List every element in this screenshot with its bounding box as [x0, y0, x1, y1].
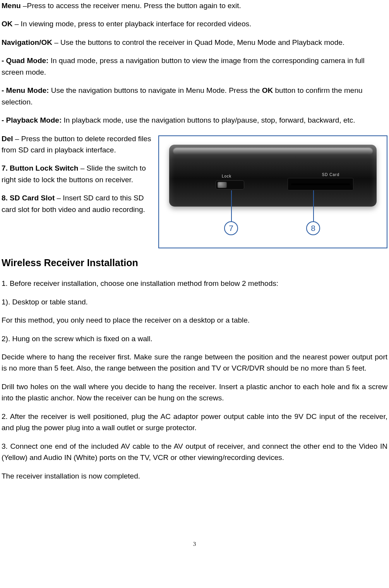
label-playback-mode: - Playback Mode:	[2, 116, 62, 124]
section-with-figure: Lock SD Card 7 8 Del – Press the button …	[2, 133, 387, 248]
paragraph-navok: Navigation/OK – Use the buttons to contr…	[2, 37, 387, 48]
lock-switch-icon	[216, 180, 244, 190]
label-sd-slot: 8. SD Card Slot	[2, 194, 55, 202]
heading-wireless-receiver-installation: Wireless Receiver Installation	[2, 255, 387, 270]
text-menu-mode-a: Use the navigation buttons to navigate i…	[49, 86, 262, 94]
label-navok: Navigation/OK	[2, 38, 52, 46]
paragraph-lock-switch: 7. Button Lock Switch – Slide the switch…	[2, 162, 154, 185]
install-p1: 1. Before receiver installation, choose …	[2, 278, 387, 289]
callout-line-7	[231, 190, 232, 221]
install-p6: Drill two holes on the wall where you de…	[2, 381, 387, 404]
text-del: – Press the button to delete recorded fi…	[2, 135, 151, 154]
paragraph-ok: OK – In viewing mode, press to enter pla…	[2, 18, 387, 29]
text-quad-mode: In quad mode, press a navigation button …	[2, 56, 365, 76]
paragraph-del: Del – Press the button to delete recorde…	[2, 133, 154, 156]
callout-8: 8	[306, 221, 320, 235]
label-quad-mode: - Quad Mode:	[2, 56, 48, 65]
install-p2: 1). Desktop or table stand.	[2, 296, 387, 308]
install-p3: For this method, you only need to place …	[2, 315, 387, 326]
install-p8: 3. Connect one end of the included AV ca…	[2, 441, 387, 463]
text-playback-mode: In playback mode, use the navigation but…	[62, 116, 355, 124]
paragraph-menu: Menu –Press to access the receiver menu.…	[2, 0, 387, 11]
sd-card-slot-icon	[288, 178, 353, 190]
left-column-text: Del – Press the button to delete recorde…	[2, 133, 154, 218]
text-ok: – In viewing mode, press to enter playba…	[13, 20, 252, 28]
install-p7: 2. After the receiver is well positioned…	[2, 411, 387, 434]
label-del: Del	[2, 135, 13, 143]
text-navok: – Use the buttons to control the receive…	[52, 38, 344, 46]
callout-line-8	[313, 190, 314, 221]
page-number: 3	[0, 540, 389, 549]
label-menu-mode: - Menu Mode:	[2, 86, 49, 94]
device-lock-label: Lock	[222, 173, 231, 179]
install-p5: Decide where to hang the receiver first.…	[2, 351, 387, 374]
text-menu: –Press to access the receiver menu. Pres…	[23, 2, 241, 10]
install-p4: 2). Hung on the screw which is fixed on …	[2, 333, 387, 344]
device-body: Lock SD Card	[169, 145, 377, 207]
paragraph-sd-slot: 8. SD Card Slot – Insert SD card to this…	[2, 192, 154, 215]
label-lock-switch: 7. Button Lock Switch	[2, 164, 78, 172]
callout-7: 7	[224, 221, 238, 235]
paragraph-playback-mode: - Playback Mode: In playback mode, use t…	[2, 115, 387, 126]
device-sd-label: SD Card	[322, 172, 339, 178]
label-ok: OK	[2, 20, 13, 28]
label-menu-mode-ok: OK	[262, 86, 273, 94]
lock-knob-icon	[218, 182, 227, 188]
paragraph-quad-mode: - Quad Mode: In quad mode, press a navig…	[2, 55, 387, 78]
paragraph-menu-mode: - Menu Mode: Use the navigation buttons …	[2, 85, 387, 108]
device-figure: Lock SD Card 7 8	[158, 135, 387, 248]
label-menu: Menu	[2, 2, 23, 10]
install-p9: The receiver installation is now complet…	[2, 470, 387, 482]
